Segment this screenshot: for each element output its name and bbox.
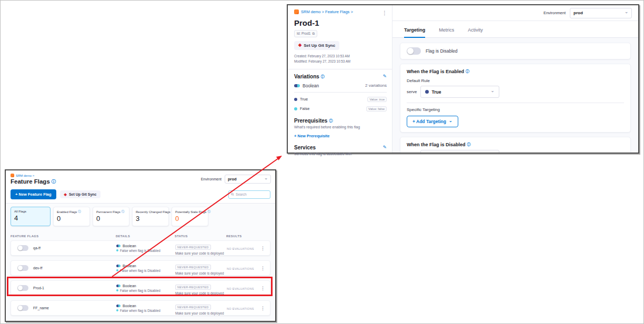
flag-detail-panel: SRM demo > Feature Flags > ⋮ Prod-1 Id: … bbox=[287, 4, 639, 154]
flag-disabled-rules-card: When the Flag is Disabledⓘ serve False ⌄ bbox=[400, 137, 631, 153]
divider bbox=[407, 103, 624, 103]
environment-label: Environment bbox=[201, 177, 222, 181]
new-feature-flag-button[interactable]: + New Feature Flag bbox=[11, 189, 56, 199]
panel-menu-kebab-icon[interactable]: ⋮ bbox=[382, 11, 387, 16]
harness-logo-icon bbox=[11, 174, 14, 177]
setup-git-sync-button[interactable]: ◆ Set Up Git Sync bbox=[60, 190, 101, 198]
search-box[interactable] bbox=[228, 190, 270, 199]
variation-row-true: True Value: true bbox=[294, 97, 387, 102]
true-dot-icon bbox=[294, 98, 297, 101]
false-dot-icon bbox=[116, 289, 118, 291]
add-targeting-button[interactable]: + Add Targeting ⌄ bbox=[407, 116, 458, 127]
breadcrumb[interactable]: SRM demo > Feature Flags > bbox=[294, 9, 387, 14]
info-icon: ⓘ bbox=[466, 69, 469, 73]
stat-card-recently-changed-flags[interactable]: Recently Changed Flagsⓘ 3 bbox=[132, 207, 169, 226]
false-dot-icon bbox=[294, 107, 297, 110]
variation-count: 2 variations bbox=[365, 83, 387, 88]
tab-metrics[interactable]: Metrics bbox=[439, 27, 454, 37]
boolean-icon bbox=[116, 285, 120, 287]
created-date: Created: February 27, 2023 10:53 AM bbox=[294, 54, 387, 59]
stat-card-potentially-stale-flags[interactable]: Potentially Stale Flagsⓘ 0 bbox=[172, 207, 208, 226]
status-badge: NEVER-REQUESTED bbox=[175, 245, 211, 250]
environment-select[interactable]: prod ⌄ bbox=[225, 175, 271, 184]
variation-type: Boolean bbox=[303, 83, 319, 88]
divider bbox=[288, 69, 392, 69]
row-menu-kebab-icon[interactable]: ⋮ bbox=[260, 306, 265, 310]
enabled-card-heading: When the Flag is Enabledⓘ bbox=[407, 69, 624, 74]
table-row-dev-ff[interactable]: dev-ff BooleanFalse when flag is Disable… bbox=[11, 260, 270, 276]
status-badge: NEVER-REQUESTED bbox=[175, 305, 211, 310]
environment-bar: Environment prod ⌄ bbox=[393, 5, 638, 21]
harness-logo-icon bbox=[294, 9, 299, 14]
list-header: SRM demo > Feature Flagsⓘ Environment pr… bbox=[6, 170, 275, 187]
default-rule-label: Default Rule bbox=[407, 78, 624, 83]
modified-date: Modified: February 27, 2023 10:53 AM bbox=[294, 59, 387, 65]
flag-toggle[interactable] bbox=[17, 245, 28, 251]
false-dot-icon bbox=[116, 249, 118, 251]
disabled-serve-select[interactable]: False ⌄ bbox=[420, 150, 499, 153]
status-badge: NEVER-REQUESTED bbox=[175, 285, 211, 290]
flag-id-chip[interactable]: Id: Prod1 ⧉ bbox=[294, 30, 317, 37]
col-header-status: STATUS bbox=[175, 235, 226, 238]
table-header-row: FEATURE FLAGS DETAILS STATUS RESULTS bbox=[6, 230, 275, 240]
stat-card-all-flags[interactable]: All Flags 4 bbox=[11, 207, 51, 226]
table-row-qa-ff[interactable]: qa-ff BooleanFalse when flag is Disabled… bbox=[11, 240, 270, 256]
git-sync-icon: ◆ bbox=[64, 193, 67, 196]
serve-label: serve bbox=[407, 89, 417, 94]
row-menu-kebab-icon[interactable]: ⋮ bbox=[260, 266, 265, 270]
tab-targeting[interactable]: Targeting bbox=[404, 27, 425, 37]
col-header-feature-flags: FEATURE FLAGS bbox=[11, 235, 116, 238]
flag-stats-row: All Flags 4 Enabled Flagsⓘ 0 Permanent F… bbox=[6, 204, 275, 230]
services-heading: Services bbox=[294, 145, 316, 150]
flag-dates: Created: February 27, 2023 10:53 AM Modi… bbox=[294, 54, 387, 65]
table-row-ff-name[interactable]: FF_name BooleanFalse when flag is Disabl… bbox=[11, 300, 270, 316]
info-icon: ⓘ bbox=[321, 75, 325, 78]
edit-services-icon[interactable]: ✎ bbox=[383, 145, 387, 150]
breadcrumb-text[interactable]: SRM demo > Feature Flags > bbox=[301, 9, 353, 14]
flag-rows: qa-ff BooleanFalse when flag is Disabled… bbox=[6, 240, 275, 316]
disabled-card-heading: When the Flag is Disabledⓘ bbox=[407, 142, 624, 147]
flag-toggle[interactable] bbox=[17, 285, 28, 291]
flag-toggle[interactable] bbox=[17, 265, 28, 271]
environment-select[interactable]: prod ⌄ bbox=[570, 8, 632, 18]
services-description: Services this flag is associated with bbox=[294, 152, 387, 156]
flag-enabled-toggle[interactable] bbox=[407, 47, 421, 55]
info-icon: ⓘ bbox=[78, 210, 81, 213]
stat-card-permanent-flags[interactable]: Permanent Flagsⓘ 0 bbox=[93, 207, 129, 226]
list-toolbar: + New Feature Flag ◆ Set Up Git Sync bbox=[6, 187, 275, 203]
col-header-results: RESULTS bbox=[226, 235, 270, 238]
stat-card-enabled-flags[interactable]: Enabled Flagsⓘ 0 bbox=[53, 207, 90, 226]
tab-activity[interactable]: Activity bbox=[468, 27, 483, 37]
info-icon: ⓘ bbox=[329, 119, 333, 123]
variation-type-row: Boolean 2 variations bbox=[294, 83, 387, 93]
info-icon: ⓘ bbox=[207, 210, 210, 213]
prerequisites-heading: Prerequisitesⓘ bbox=[294, 118, 333, 124]
false-dot-icon bbox=[116, 309, 118, 311]
variations-heading: Variationsⓘ bbox=[294, 74, 325, 79]
default-rule-serve-select[interactable]: True ⌄ bbox=[420, 86, 499, 98]
new-prerequisite-link[interactable]: + New Prerequisite bbox=[294, 134, 329, 138]
boolean-icon bbox=[116, 245, 120, 247]
search-input[interactable] bbox=[236, 193, 268, 196]
targeting-tab-content: Flag is Disabled When the Flag is Enable… bbox=[393, 38, 638, 153]
setup-git-sync-button[interactable]: ◆ Set Up Git Sync bbox=[294, 41, 339, 50]
row-menu-kebab-icon[interactable]: ⋮ bbox=[260, 246, 265, 250]
boolean-icon bbox=[116, 305, 120, 307]
edit-variations-icon[interactable]: ✎ bbox=[383, 74, 387, 79]
search-icon bbox=[231, 193, 234, 196]
variation-value-chip: Value: true bbox=[367, 97, 387, 102]
breadcrumb-text[interactable]: SRM demo > bbox=[16, 174, 34, 177]
row-menu-kebab-icon[interactable]: ⋮ bbox=[260, 286, 265, 290]
flag-summary-sidebar: SRM demo > Feature Flags > ⋮ Prod-1 Id: … bbox=[288, 5, 393, 153]
specific-targeting-label: Specific Targeting bbox=[407, 107, 624, 112]
flag-title: Prod-1 bbox=[294, 18, 387, 27]
prerequisites-description: What's required before enabling this fla… bbox=[294, 125, 387, 129]
detail-tabs: Targeting Metrics Activity bbox=[393, 21, 638, 38]
flag-toggle[interactable] bbox=[17, 305, 28, 311]
copy-icon[interactable]: ⧉ bbox=[312, 32, 315, 36]
flag-enabled-rules-card: When the Flag is Enabledⓘ Default Rule s… bbox=[400, 64, 631, 133]
boolean-icon bbox=[294, 84, 300, 87]
table-row-prod-1[interactable]: Prod-1 BooleanFalse when flag is Disable… bbox=[11, 280, 270, 296]
info-icon: ⓘ bbox=[122, 210, 125, 213]
info-icon: ⓘ bbox=[52, 179, 56, 184]
